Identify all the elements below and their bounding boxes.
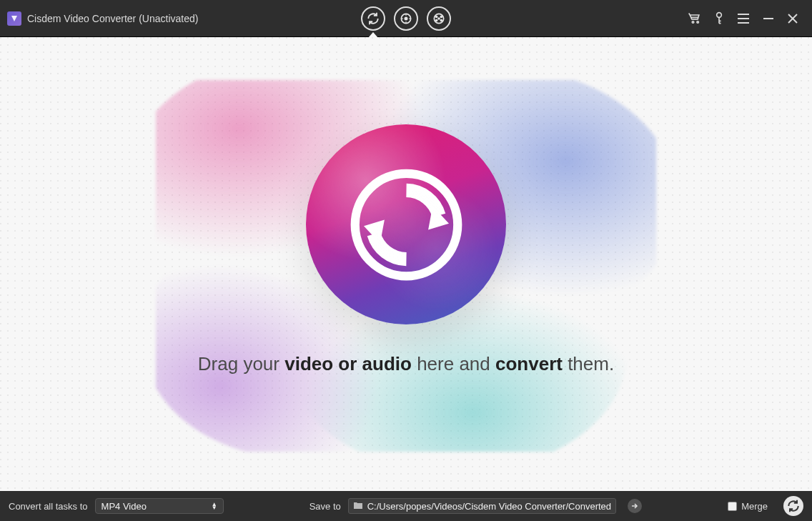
mode-rip-button[interactable] bbox=[427, 6, 451, 31]
instr-pre: Drag your bbox=[198, 353, 284, 374]
instr-b2: convert bbox=[495, 353, 563, 374]
bottombar: Convert all tasks to MP4 Video ▲▼ Save t… bbox=[0, 491, 812, 521]
drop-area[interactable]: Drag your video or audio here and conver… bbox=[0, 37, 812, 491]
titlebar: Cisdem Video Converter (Unactivated) bbox=[0, 0, 812, 37]
svg-point-1 bbox=[405, 17, 407, 19]
output-format-select[interactable]: MP4 Video ▲▼ bbox=[95, 498, 224, 514]
svg-point-7 bbox=[438, 18, 440, 19]
close-button[interactable] bbox=[786, 12, 799, 25]
save-to-label: Save to bbox=[310, 501, 341, 512]
save-path-value: C:/Users/popes/Videos/Cisdem Video Conve… bbox=[367, 501, 611, 512]
open-folder-button[interactable] bbox=[628, 499, 642, 513]
titlebar-left: Cisdem Video Converter (Unactivated) bbox=[0, 11, 198, 26]
hero-stack: Drag your video or audio here and conver… bbox=[198, 124, 614, 375]
start-convert-button[interactable] bbox=[783, 496, 803, 516]
cart-icon[interactable] bbox=[688, 11, 702, 26]
merge-checkbox[interactable] bbox=[728, 502, 737, 511]
svg-point-10 bbox=[717, 12, 722, 17]
merge-toggle[interactable]: Merge bbox=[728, 501, 768, 512]
folder-icon bbox=[353, 501, 363, 512]
key-icon[interactable] bbox=[713, 11, 725, 26]
merge-label: Merge bbox=[741, 501, 768, 512]
instr-mid: here and bbox=[412, 353, 495, 374]
instr-b1: video or audio bbox=[284, 353, 412, 374]
mode-download-button[interactable] bbox=[394, 6, 418, 31]
svg-point-21 bbox=[355, 173, 457, 276]
instr-post: them. bbox=[563, 353, 614, 374]
select-arrows-icon: ▲▼ bbox=[212, 502, 217, 510]
svg-point-8 bbox=[692, 21, 694, 23]
svg-point-6 bbox=[440, 19, 442, 21]
mode-switcher bbox=[361, 0, 451, 36]
svg-point-5 bbox=[436, 19, 437, 21]
svg-marker-22 bbox=[428, 206, 449, 229]
output-format-value: MP4 Video bbox=[102, 501, 147, 512]
svg-marker-23 bbox=[364, 219, 385, 243]
svg-point-3 bbox=[436, 16, 437, 17]
save-path-field[interactable]: C:/Users/popes/Videos/Cisdem Video Conve… bbox=[348, 498, 616, 514]
svg-point-4 bbox=[440, 16, 442, 17]
hero-convert-icon bbox=[306, 124, 506, 324]
menu-icon[interactable] bbox=[736, 12, 751, 25]
app-logo-icon bbox=[7, 11, 21, 26]
mode-convert-button[interactable] bbox=[361, 6, 385, 31]
minimize-button[interactable] bbox=[762, 12, 775, 25]
convert-all-label: Convert all tasks to bbox=[9, 501, 88, 512]
svg-point-9 bbox=[697, 21, 699, 23]
drop-instruction: Drag your video or audio here and conver… bbox=[198, 353, 614, 375]
app-title: Cisdem Video Converter (Unactivated) bbox=[27, 13, 198, 24]
titlebar-right bbox=[688, 11, 812, 26]
